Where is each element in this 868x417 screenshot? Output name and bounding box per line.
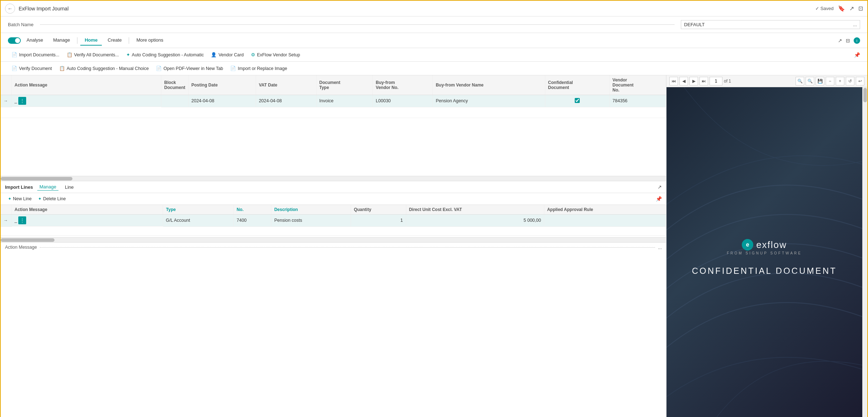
- analyse-toggle[interactable]: [8, 37, 21, 44]
- tab-analyse[interactable]: Analyse: [22, 35, 47, 46]
- lines-table-row-empty: [1, 226, 666, 235]
- col-document-type: DocumentType: [316, 75, 373, 95]
- pdf-next-page-button[interactable]: ▶: [689, 77, 698, 85]
- verify-all-documents-button[interactable]: 📋 Verify All Documents...: [63, 50, 123, 59]
- action-bar-dots: [40, 247, 655, 248]
- bookmark-icon[interactable]: 🔖: [838, 5, 845, 12]
- action-message-bar: Action Message ...: [1, 242, 666, 252]
- delete-line-button[interactable]: ✦ Delete Line: [35, 195, 68, 203]
- main-table: Action Message BlockDocument Posting Dat…: [1, 75, 666, 118]
- pdf-last-page-button[interactable]: ⏭: [699, 77, 708, 85]
- verify-all-icon: 📋: [67, 52, 72, 57]
- lines-toolbar-right: 📌: [656, 196, 662, 202]
- lines-cell-quantity: 1: [351, 215, 406, 227]
- lines-col-description: Description: [271, 205, 351, 215]
- lines-toolbar: ✦ New Line ✦ Delete Line 📌: [1, 193, 666, 205]
- lines-hscroll-thumb: [1, 238, 54, 242]
- collapse-icon[interactable]: ⊡: [858, 5, 863, 12]
- import-documents-button[interactable]: 📄 Import Documents...: [8, 50, 63, 59]
- pdf-page-info: of 1: [724, 79, 731, 84]
- confidential-document-display: e exflow FROM SIGNUP SOFTWARE CONFIDENTI…: [667, 87, 862, 417]
- lines-table-container[interactable]: Action Message Type No. Description Quan…: [1, 205, 666, 236]
- toolbar-row2: 📄 Verify Document 📋 Auto Coding Suggesti…: [1, 62, 867, 75]
- saved-status: ✓ Saved: [815, 6, 834, 11]
- filter-icon[interactable]: ⊟: [846, 38, 850, 43]
- pdf-page-input[interactable]: [710, 77, 722, 85]
- background-svg: [667, 87, 862, 417]
- import-lines-tab-line[interactable]: Line: [63, 184, 76, 191]
- lines-table: Action Message Type No. Description Quan…: [1, 205, 666, 236]
- cell-buy-from-vendor-name: Pension Agency: [433, 95, 545, 107]
- exflow-vendor-setup-button[interactable]: ⚙ ExFlow Vendor Setup: [247, 50, 304, 59]
- col-arrow: [1, 75, 11, 95]
- lines-col-applied-approval-rule: Applied Approval Rule: [544, 205, 666, 215]
- main-table-hscroll[interactable]: [1, 176, 666, 181]
- lines-table-row[interactable]: → _ ⋮ G/L Account 7400 Pension costs 1 5…: [1, 215, 666, 227]
- lines-cell-type: G/L Account: [163, 215, 234, 227]
- lines-cell-no: 7400: [234, 215, 271, 227]
- batch-ellipsis-button[interactable]: ...: [853, 22, 857, 27]
- back-button[interactable]: ←: [5, 4, 15, 14]
- new-line-icon: ✦: [8, 196, 11, 201]
- pdf-scroll-thumb: [863, 88, 867, 102]
- confidential-checkbox[interactable]: [575, 98, 580, 103]
- lines-cell-applied-approval-rule: [544, 215, 666, 227]
- import-replace-image-button[interactable]: 📄 Import or Replace Image: [227, 64, 291, 73]
- toolbar-right: 📌: [854, 52, 860, 58]
- pdf-prev-page-button[interactable]: ◀: [679, 77, 688, 85]
- tab-create[interactable]: Create: [103, 35, 126, 46]
- pdf-zoom-in-button[interactable]: +: [836, 77, 844, 85]
- auto-coding-manual-icon: 📋: [59, 66, 65, 71]
- pdf-first-page-button[interactable]: ⏮: [669, 77, 678, 85]
- left-panel: Action Message BlockDocument Posting Dat…: [1, 75, 667, 417]
- main-table-container[interactable]: Action Message BlockDocument Posting Dat…: [1, 75, 666, 176]
- tab-manage[interactable]: Manage: [49, 35, 74, 46]
- pin-icon[interactable]: 📌: [854, 52, 860, 58]
- pdf-search-prev-button[interactable]: 🔍: [806, 77, 814, 85]
- tab-more-options[interactable]: More options: [132, 35, 167, 46]
- tabs-right-actions: ↗ ⊟ i: [838, 37, 860, 44]
- cell-buy-from-vendor-no: L00030: [373, 95, 433, 107]
- share-icon[interactable]: ↗: [838, 38, 842, 43]
- import-lines-actions: ↗: [658, 184, 662, 190]
- import-lines-tab-manage[interactable]: Manage: [37, 183, 58, 191]
- share-lines-icon[interactable]: ↗: [658, 184, 662, 190]
- lines-col-quantity: Quantity: [351, 205, 406, 215]
- pdf-zoom-out-button[interactable]: −: [826, 77, 834, 85]
- toggle-switch[interactable]: [8, 37, 21, 44]
- verify-document-button[interactable]: 📄 Verify Document: [8, 64, 56, 73]
- batch-value: DEFAULT: [684, 22, 705, 27]
- tabs-row: Analyse Manage Home Create More options …: [1, 33, 867, 48]
- col-vendor-document-no: VendorDocumentNo.: [610, 75, 666, 95]
- pdf-rotate-button[interactable]: ↩: [856, 77, 864, 85]
- cell-confidential-document[interactable]: [545, 95, 610, 107]
- pdf-save-button[interactable]: 💾: [816, 77, 824, 85]
- lines-col-action-message: Action Message: [11, 205, 163, 215]
- open-pdf-button[interactable]: 📄 Open PDF-Viewer in New Tab: [152, 64, 227, 73]
- external-link-icon[interactable]: ↗: [849, 5, 854, 12]
- lines-hscroll[interactable]: [1, 237, 666, 242]
- pin-lines-icon[interactable]: 📌: [656, 196, 662, 202]
- tab-separator-2: [129, 37, 129, 44]
- pdf-vertical-scrollbar[interactable]: [862, 87, 867, 417]
- batch-value-box[interactable]: DEFAULT ...: [681, 20, 860, 29]
- pdf-search-button[interactable]: 🔍: [796, 77, 804, 85]
- info-icon[interactable]: i: [854, 37, 860, 44]
- lines-cell-direct-unit-cost: 5 000,00: [406, 215, 544, 227]
- exflow-vendor-setup-icon: ⚙: [251, 52, 255, 57]
- col-buy-from-vendor-name: Buy-from Vendor Name: [433, 75, 545, 95]
- action-bar-ellipsis[interactable]: ...: [658, 245, 662, 250]
- context-menu-button[interactable]: ⋮: [18, 97, 26, 105]
- cell-document-type: Invoice: [316, 95, 373, 107]
- import-lines-title: Import Lines: [5, 184, 33, 190]
- auto-coding-manual-button[interactable]: 📋 Auto Coding Suggestion - Manual Choice: [56, 64, 152, 73]
- vendor-card-button[interactable]: 👤 Vendor Card: [207, 50, 247, 59]
- table-row[interactable]: → _ ⋮ 2024-04-08 2024-04-08 Invoice L000…: [1, 95, 666, 107]
- new-line-button[interactable]: ✦ New Line: [5, 195, 34, 203]
- auto-coding-automatic-button[interactable]: ✦ Auto Coding Suggestion - Automatic: [123, 50, 208, 59]
- pdf-refresh-button[interactable]: ↺: [846, 77, 854, 85]
- tab-home[interactable]: Home: [80, 35, 102, 46]
- lines-context-menu-button[interactable]: ⋮: [18, 216, 26, 224]
- toggle-knob: [15, 38, 20, 43]
- pdf-viewer-panel: ⏮ ◀ ▶ ⏭ of 1 🔍 🔍 💾 − + ↺ ↩: [667, 75, 867, 417]
